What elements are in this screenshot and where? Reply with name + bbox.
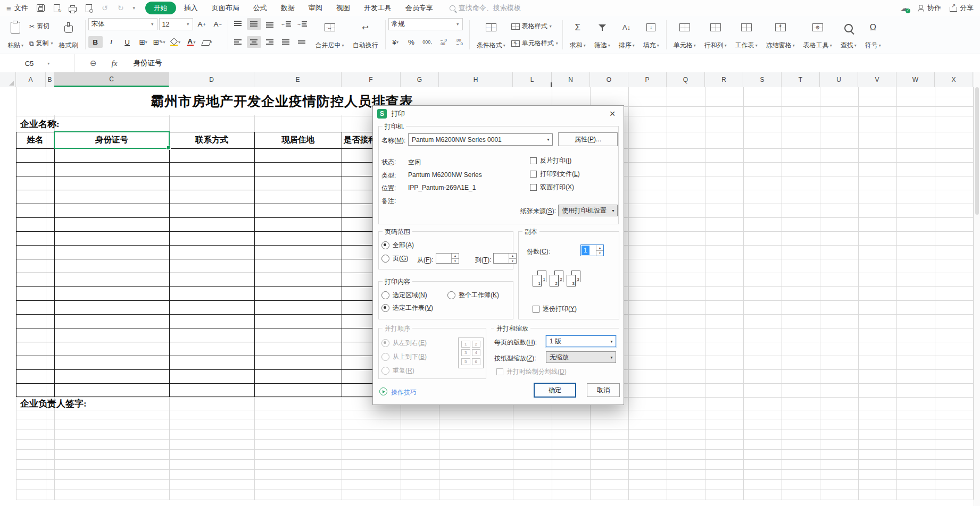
column-header-S[interactable]: S — [743, 72, 782, 87]
sort-button[interactable]: A↓ 排序▾ — [616, 20, 637, 50]
command-search[interactable]: 查找命令、搜索模板 — [450, 3, 521, 13]
column-header-R[interactable]: R — [705, 72, 743, 87]
cells-button[interactable]: 单元格▾ — [671, 20, 699, 50]
column-header-O[interactable]: O — [590, 72, 628, 87]
to-page-spinner[interactable]: ▲▼ — [493, 253, 517, 264]
column-header-H[interactable]: H — [439, 72, 513, 87]
undo-icon[interactable]: ↺ — [99, 3, 110, 13]
menu-tab-页面布局[interactable]: 页面布局 — [206, 2, 245, 14]
name-box-dropdown-icon[interactable]: ▾ — [47, 61, 49, 66]
italic-button[interactable]: I — [104, 36, 119, 48]
thousand-separator-button[interactable]: 000, — [420, 36, 435, 48]
printer-name-select[interactable]: Pantum M6200NW Series 0001▼ — [408, 133, 553, 146]
align-bottom-button[interactable] — [263, 18, 277, 30]
align-middle-button[interactable] — [247, 18, 261, 30]
column-header-B[interactable]: B — [46, 72, 54, 87]
justify-button[interactable] — [279, 36, 293, 48]
column-header-A[interactable]: A — [16, 72, 46, 87]
ok-button[interactable]: 确定 — [534, 383, 576, 398]
paper-source-select[interactable]: 使用打印机设置▼ — [558, 205, 618, 216]
freeze-panes-button[interactable]: * 冻结窗格▾ — [763, 20, 798, 50]
select-all-corner[interactable] — [0, 72, 16, 87]
entire-workbook-radio[interactable]: 整个工作簿(K) — [447, 291, 499, 300]
column-header-D[interactable]: D — [169, 72, 254, 87]
selected-worksheet-radio[interactable]: 选定工作表(V) — [381, 303, 433, 313]
font-name-select[interactable]: 宋体▼ — [88, 18, 157, 30]
menu-tab-插入[interactable]: 插入 — [178, 2, 204, 14]
save-button[interactable] — [36, 3, 46, 13]
tips-link[interactable]: 操作技巧 — [391, 388, 417, 397]
decrease-decimal-button[interactable]: .00 →.0 — [452, 36, 467, 48]
duplex-checkbox[interactable]: 双面打印(X) — [530, 183, 574, 192]
column-header-N[interactable]: N — [552, 72, 590, 87]
collaborate-button[interactable]: 协作 — [917, 3, 941, 13]
distributed-button[interactable] — [295, 36, 309, 48]
file-menu[interactable]: 文件 — [14, 3, 28, 13]
column-header-V[interactable]: V — [858, 72, 896, 87]
fill-color-button[interactable]: ▾ — [168, 36, 182, 48]
increase-decimal-button[interactable]: ←.0 .00 — [436, 36, 451, 48]
currency-button[interactable]: ¥▾ — [388, 36, 403, 48]
close-icon[interactable]: × — [605, 108, 619, 120]
merge-center-button[interactable]: ↔ 合并居中▾ — [313, 20, 347, 50]
table-tools-button[interactable]: ⚙ 表格工具▾ — [801, 20, 835, 50]
format-painter-button[interactable]: 格式刷 — [56, 20, 81, 50]
menu-tab-公式[interactable]: 公式 — [247, 2, 273, 14]
symbol-button[interactable]: Ω 符号▾ — [862, 20, 884, 50]
copy-button[interactable]: ⧉复制▾ — [29, 37, 53, 50]
rows-cols-button[interactable]: 行和列▾ — [702, 20, 729, 50]
insert-function-icon[interactable]: fx — [112, 59, 118, 68]
column-header-W[interactable]: W — [896, 72, 935, 87]
increase-indent-button[interactable]: → — [295, 18, 309, 30]
wrap-text-button[interactable]: ↩ 自动换行 — [350, 20, 381, 50]
print-preview-button[interactable] — [84, 3, 94, 13]
fill-handle[interactable] — [167, 146, 171, 150]
find-button[interactable]: 查找▾ — [838, 20, 859, 50]
draw-border-button[interactable]: ⊞✎▾ — [152, 36, 167, 48]
column-header-Q[interactable]: Q — [667, 72, 705, 87]
borders-button[interactable]: ⊞▾ — [136, 36, 151, 48]
decrease-font-icon[interactable]: A− — [211, 19, 225, 30]
align-right-button[interactable] — [263, 36, 277, 48]
cell-style-button[interactable]: ✎单元格样式▾ — [511, 37, 558, 50]
range-pages-radio[interactable]: 页(G) — [381, 254, 408, 263]
circle-minus-icon[interactable]: ⊖ — [90, 58, 97, 68]
collate-checkbox[interactable]: 逐份打印(Y) — [533, 305, 577, 314]
column-header-P[interactable]: P — [628, 72, 667, 87]
increase-font-icon[interactable]: A+ — [195, 19, 209, 30]
redo-icon[interactable]: ↻ — [115, 3, 126, 13]
customize-toolbar-icon[interactable]: ▾ — [131, 3, 137, 13]
share-button[interactable]: 分享 — [950, 3, 974, 13]
formula-input[interactable]: 身份证号 — [133, 58, 162, 68]
vertical-scrollbar[interactable] — [974, 72, 980, 506]
name-box[interactable]: C5 ▾ — [0, 54, 75, 72]
cloud-sync-icon[interactable]: ☁✓ — [900, 3, 909, 13]
hamburger-icon[interactable]: ≡ — [6, 4, 11, 13]
copies-count-spinner[interactable]: 1 ▲▼ — [580, 244, 604, 256]
menu-tab-数据[interactable]: 数据 — [275, 2, 301, 14]
reverse-print-checkbox[interactable]: 反片打印(I) — [530, 156, 571, 165]
menu-tab-开始[interactable]: 开始 — [145, 2, 176, 14]
paste-button[interactable]: 粘贴▾ — [5, 20, 26, 50]
align-center-button[interactable] — [247, 36, 261, 48]
align-left-button[interactable] — [231, 36, 245, 48]
percent-button[interactable]: % — [404, 36, 419, 48]
column-header-G[interactable]: G — [401, 72, 439, 87]
fill-button[interactable]: ↓ 填充▾ — [641, 20, 662, 50]
scrollbar-thumb[interactable] — [975, 87, 979, 215]
selection-area-radio[interactable]: 选定区域(N) — [381, 291, 427, 300]
align-top-button[interactable] — [231, 18, 245, 30]
dialog-titlebar[interactable]: S 打印 × — [373, 106, 624, 122]
sum-button[interactable]: Σ 求和▾ — [567, 20, 588, 50]
font-size-select[interactable]: 12▼ — [159, 18, 193, 30]
bold-button[interactable]: B — [88, 36, 103, 48]
number-format-select[interactable]: 常规▼ — [388, 18, 463, 30]
menu-tab-开发工具[interactable]: 开发工具 — [358, 2, 397, 14]
properties-button[interactable]: 属性(P)... — [558, 132, 618, 146]
copies-count-value[interactable]: 1 — [582, 246, 589, 255]
conditional-format-button[interactable]: 条件格式▾ — [474, 20, 508, 50]
worksheet-button[interactable]: 工作表▾ — [733, 20, 760, 50]
menu-tab-视图[interactable]: 视图 — [330, 2, 356, 14]
cancel-button[interactable]: 取消 — [587, 383, 620, 397]
menu-tab-审阅[interactable]: 审阅 — [303, 2, 328, 14]
